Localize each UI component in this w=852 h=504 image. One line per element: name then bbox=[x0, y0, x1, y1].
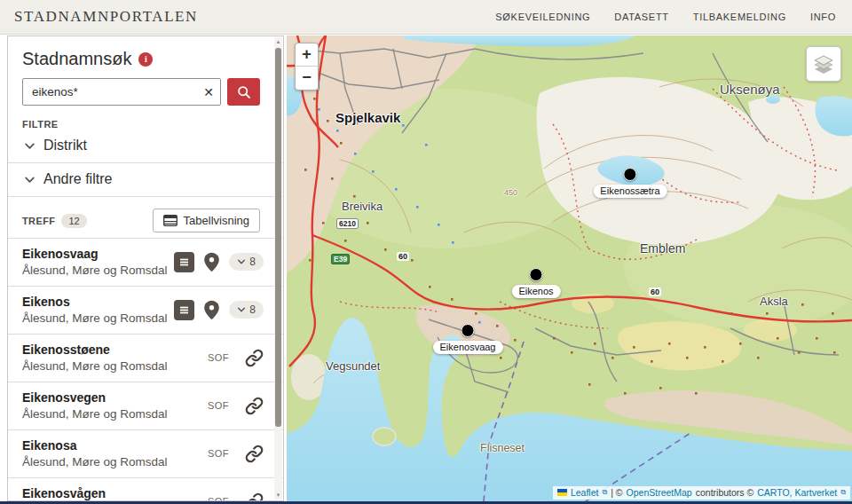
marker-dot[interactable] bbox=[623, 168, 636, 181]
result-name: Eikenosstøene bbox=[22, 343, 168, 357]
carto-kartverket-link[interactable]: CARTO, Kartverket bbox=[757, 487, 837, 498]
top-header: STADNAMNPORTALEN SØKEVEILEDNING DATASETT… bbox=[0, 0, 852, 35]
main-nav: SØKEVEILEDNING DATASETT TILBAKEMELDING I… bbox=[495, 12, 836, 22]
attribution-separator: | © bbox=[611, 487, 622, 498]
source-label: SOF bbox=[208, 400, 229, 411]
road-number-60: 60 bbox=[397, 252, 409, 261]
marker-dot[interactable] bbox=[529, 268, 542, 281]
result-location: Ålesund, Møre og Romsdal bbox=[22, 407, 168, 421]
attribution-contributors: contributors © bbox=[696, 487, 754, 498]
sub-count: 8 bbox=[249, 256, 256, 268]
nav-datasett[interactable]: DATASETT bbox=[614, 12, 668, 22]
source-label: SOF bbox=[208, 352, 229, 363]
sidebar-scrollbar[interactable]: ▲ ▼ bbox=[274, 37, 282, 500]
expand-count-button[interactable]: 8 bbox=[229, 301, 264, 319]
place-label-breivika: Breivika bbox=[342, 200, 383, 213]
filter-distrikt[interactable]: Distrikt bbox=[22, 130, 260, 162]
place-label-uksenoya: Uksenøya bbox=[720, 82, 780, 97]
map-marker-eikenossaetra[interactable]: Eikenossætra bbox=[593, 168, 667, 198]
chevron-down-icon bbox=[24, 174, 36, 185]
panel-title: Stadnamnsøk bbox=[22, 49, 131, 69]
expand-count-button[interactable]: 8 bbox=[229, 253, 264, 271]
marker-label: Eikenos bbox=[511, 285, 560, 298]
external-link-icon: ⧉ bbox=[840, 488, 846, 497]
search-button[interactable] bbox=[227, 78, 260, 106]
nav-sokeveiledning[interactable]: SØKEVEILEDNING bbox=[495, 12, 590, 22]
scroll-up-icon[interactable]: ▲ bbox=[274, 37, 282, 46]
result-location: Ålesund, Møre og Romsdal bbox=[22, 455, 168, 469]
filter-andre-filtre[interactable]: Andre filtre bbox=[22, 163, 260, 196]
map-attribution: Leaflet ⧉ | © OpenStreetMap contributors… bbox=[553, 486, 850, 500]
divider bbox=[8, 196, 283, 197]
contour-label-450: 450 bbox=[504, 188, 517, 197]
result-row[interactable]: Eikenosvågen Ålesund, Møre og Romsdal SO… bbox=[8, 477, 283, 501]
external-link-icon: ⧉ bbox=[602, 488, 607, 497]
result-location: Ålesund, Møre og Romsdal bbox=[22, 359, 168, 373]
marker-label: Eikenosvaag bbox=[433, 341, 503, 354]
zoom-out-button[interactable]: − bbox=[296, 67, 318, 90]
link-icon[interactable] bbox=[245, 492, 264, 502]
marker-label: Eikenossætra bbox=[593, 185, 667, 198]
search-panel: Stadnamnsøk i ✕ FILTRE Distrikt bbox=[7, 35, 284, 501]
result-row[interactable]: Eikenos Ålesund, Møre og Romsdal 8 bbox=[8, 286, 283, 334]
result-location: Ålesund, Møre og Romsdal bbox=[22, 311, 168, 325]
filters-heading: FILTRE bbox=[22, 119, 260, 130]
layers-control[interactable] bbox=[806, 46, 841, 82]
sub-count: 8 bbox=[249, 303, 256, 316]
result-name: Eikenosa bbox=[22, 438, 168, 453]
zoom-control: + − bbox=[295, 43, 319, 91]
info-icon[interactable]: i bbox=[138, 52, 153, 67]
place-label-spjelkavik: Spjelkavik bbox=[335, 110, 400, 125]
place-label-aksla: Aksla bbox=[760, 295, 788, 308]
road-badge-e39: E39 bbox=[331, 254, 350, 264]
zoom-in-button[interactable]: + bbox=[296, 43, 318, 67]
result-name: Eikenos bbox=[22, 295, 168, 309]
layers-icon bbox=[812, 52, 835, 75]
results-heading: TREFF bbox=[22, 216, 55, 226]
search-box: ✕ bbox=[22, 78, 221, 106]
road-number-60: 60 bbox=[649, 287, 661, 296]
link-icon[interactable] bbox=[245, 349, 264, 367]
clear-search-button[interactable]: ✕ bbox=[197, 85, 220, 99]
app-logo[interactable]: STADNAMNPORTALEN bbox=[14, 8, 198, 26]
search-input[interactable] bbox=[23, 85, 197, 98]
ukraine-flag-icon bbox=[557, 489, 567, 496]
search-icon bbox=[237, 85, 251, 99]
article-icon[interactable] bbox=[174, 300, 194, 320]
chevron-down-icon bbox=[24, 140, 36, 152]
source-label: SOF bbox=[208, 448, 229, 459]
result-row[interactable]: Eikenosvegen Ålesund, Møre og Romsdal SO… bbox=[8, 382, 283, 429]
results-count-badge: 12 bbox=[61, 214, 86, 228]
result-name: Eikenosvaag bbox=[22, 247, 168, 261]
link-icon[interactable] bbox=[245, 445, 264, 463]
table-view-label: Tabellvisning bbox=[184, 214, 249, 227]
filter-label: Andre filtre bbox=[43, 171, 112, 187]
filter-label: Distrikt bbox=[43, 138, 87, 154]
nav-tilbakemelding[interactable]: TILBAKEMELDING bbox=[693, 12, 786, 22]
result-row[interactable]: Eikenosvaag Ålesund, Møre og Romsdal 8 bbox=[8, 238, 283, 286]
result-name: Eikenosvegen bbox=[22, 390, 168, 405]
place-label-emblem: Emblem bbox=[640, 241, 685, 256]
result-name: Eikenosvågen bbox=[22, 486, 168, 500]
table-icon bbox=[163, 215, 178, 226]
map-pin-icon[interactable] bbox=[201, 300, 222, 320]
nav-info[interactable]: INFO bbox=[810, 12, 836, 22]
scroll-down-icon[interactable]: ▼ bbox=[274, 491, 282, 500]
map-container[interactable]: Spjelkavik Breivika Uksenøya Emblem Aksl… bbox=[287, 35, 852, 501]
scrollbar-thumb[interactable] bbox=[275, 48, 281, 427]
place-label-vegsundet: Vegsundet bbox=[326, 359, 380, 373]
result-location: Ålesund, Møre og Romsdal bbox=[22, 264, 168, 277]
map-marker-eikenosvaag[interactable]: Eikenosvaag bbox=[433, 324, 503, 354]
article-icon[interactable] bbox=[174, 252, 194, 272]
link-icon[interactable] bbox=[245, 397, 264, 415]
map-marker-eikenos[interactable]: Eikenos bbox=[511, 268, 560, 298]
map-pin-icon[interactable] bbox=[201, 252, 222, 272]
result-row[interactable]: Eikenosa Ålesund, Møre og Romsdal SOF bbox=[8, 429, 283, 477]
osm-link[interactable]: OpenStreetMap bbox=[627, 487, 692, 498]
table-view-button[interactable]: Tabellvisning bbox=[153, 209, 260, 232]
road-badge-6210: 6210 bbox=[336, 218, 359, 229]
place-label-flisneset: Flisneset bbox=[480, 442, 525, 454]
leaflet-link[interactable]: Leaflet bbox=[571, 487, 599, 498]
result-row[interactable]: Eikenosstøene Ålesund, Møre og Romsdal S… bbox=[8, 334, 283, 382]
marker-dot[interactable] bbox=[462, 324, 475, 337]
